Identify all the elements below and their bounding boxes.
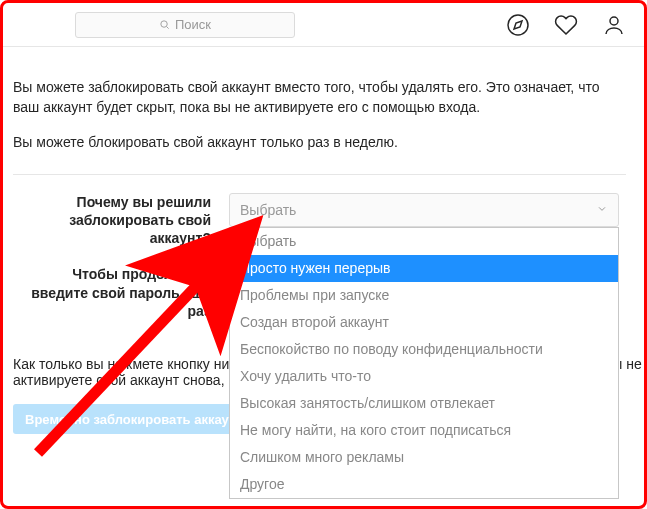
activity-heart-icon[interactable] xyxy=(554,13,578,37)
svg-point-4 xyxy=(610,17,618,25)
temporarily-disable-button[interactable]: Временно заблокировать аккаунт xyxy=(13,404,255,434)
truncated-heading xyxy=(13,47,626,61)
dropdown-option[interactable]: Не могу найти, на кого стоит подписаться xyxy=(230,417,618,444)
chevron-down-icon xyxy=(596,200,608,220)
profile-icon[interactable] xyxy=(602,13,626,37)
info-paragraph-1: Вы можете заблокировать свой аккаунт вме… xyxy=(13,77,626,118)
password-label: Чтобы продолжить, введите свой пароль ещ… xyxy=(13,265,229,320)
svg-marker-3 xyxy=(514,21,522,29)
dropdown-option[interactable]: Беспокойство по поводу конфиденциальност… xyxy=(230,336,618,363)
svg-point-0 xyxy=(161,21,167,27)
dropdown-option[interactable]: Создан второй аккаунт xyxy=(230,309,618,336)
select-value: Выбрать xyxy=(240,200,296,220)
dropdown-option[interactable]: Слишком много рекламы xyxy=(230,444,618,471)
svg-line-1 xyxy=(167,27,169,29)
svg-point-2 xyxy=(508,15,528,35)
dropdown-option[interactable]: Просто нужен перерыв xyxy=(230,255,618,282)
dropdown-option[interactable]: Высокая занятость/слишком отвлекает xyxy=(230,390,618,417)
search-placeholder: Поиск xyxy=(175,17,211,32)
reason-dropdown: Выбрать Просто нужен перерыв Проблемы пр… xyxy=(229,227,619,499)
top-bar: Поиск xyxy=(3,3,644,47)
reason-label: Почему вы решили заблокировать свой акка… xyxy=(13,193,229,248)
dropdown-option[interactable]: Выбрать xyxy=(230,228,618,255)
search-icon xyxy=(159,19,170,30)
section-divider xyxy=(13,174,626,175)
explore-icon[interactable] xyxy=(506,13,530,37)
dropdown-option[interactable]: Проблемы при запуске xyxy=(230,282,618,309)
reason-select[interactable]: Выбрать xyxy=(229,193,619,227)
info-paragraph-2: Вы можете блокировать свой аккаунт тольк… xyxy=(13,132,626,152)
dropdown-option[interactable]: Хочу удалить что-то xyxy=(230,363,618,390)
dropdown-option[interactable]: Другое xyxy=(230,471,618,498)
search-input[interactable]: Поиск xyxy=(75,12,295,38)
